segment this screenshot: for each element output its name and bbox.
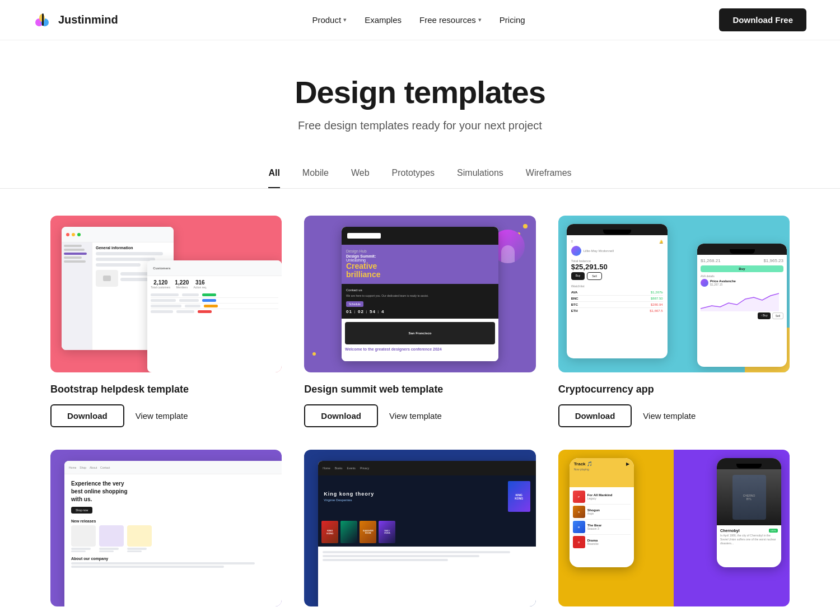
card-image-bootstrap: General information bbox=[50, 216, 282, 372]
card-image-music: Track 🎵 Now playing ▶ P For All MankindL… bbox=[558, 450, 790, 606]
template-card-music-partial: Track 🎵 Now playing ▶ P For All MankindL… bbox=[558, 450, 790, 616]
download-free-button[interactable]: Download Free bbox=[719, 8, 806, 31]
nav-free-resources[interactable]: Free resources ▾ bbox=[419, 15, 482, 25]
card-image-book: Home Books Events Privacy King kong theo… bbox=[304, 450, 535, 606]
view-template-link-summit[interactable]: View template bbox=[389, 411, 442, 421]
download-button-crypto[interactable]: Download bbox=[558, 404, 632, 427]
crypto-screen-1: ≡ 🔔 Lillie-May Mcdonnell Total balance $… bbox=[567, 224, 668, 358]
nav-pricing[interactable]: Pricing bbox=[500, 15, 525, 25]
page-title: Design templates bbox=[11, 74, 829, 110]
screen-mockup-2: Customers 2,120 Total customers 1,220 Me… bbox=[147, 260, 282, 372]
template-title-summit: Design summit web template bbox=[304, 384, 535, 395]
nav-links: Product ▾ Examples Free resources ▾ Pric… bbox=[312, 15, 525, 25]
logo[interactable]: Justinmind bbox=[34, 10, 118, 30]
card-actions-bootstrap: Download View template bbox=[50, 404, 282, 427]
card-image-ecommerce: Home Shop About Contact Experience the v… bbox=[50, 450, 282, 606]
hero-section: Design templates Free design templates r… bbox=[0, 40, 840, 155]
template-card-bootstrap: General information bbox=[50, 216, 282, 427]
navbar: Justinmind Product ▾ Examples Free resou… bbox=[0, 0, 840, 40]
chevron-down-icon-2: ▾ bbox=[478, 16, 482, 24]
download-button-summit[interactable]: Download bbox=[304, 404, 378, 427]
crypto-screen-2: $1,268.21 $1,965.23 Buy AVA details Pric… bbox=[697, 244, 787, 367]
tab-wireframes[interactable]: Wireframes bbox=[526, 168, 572, 188]
template-card-ecommerce-partial: Home Shop About Contact Experience the v… bbox=[50, 450, 282, 616]
card-actions-crypto: Download View template bbox=[558, 404, 790, 427]
template-title-crypto: Cryptocurrency app bbox=[558, 384, 790, 395]
filter-tabs: All Mobile Web Prototypes Simulations Wi… bbox=[0, 155, 840, 189]
logo-icon bbox=[34, 10, 54, 30]
tab-mobile[interactable]: Mobile bbox=[302, 168, 329, 188]
template-card-crypto: ≡ 🔔 Lillie-May Mcdonnell Total balance $… bbox=[558, 216, 790, 427]
tab-simulations[interactable]: Simulations bbox=[457, 168, 503, 188]
template-title-bootstrap: Bootstrap helpdesk template bbox=[50, 384, 282, 395]
summit-screen: Design Hub Design Summit: Unleashing Cre… bbox=[342, 227, 498, 361]
hero-subtitle: Free design templates ready for your nex… bbox=[11, 119, 829, 132]
view-template-link-crypto[interactable]: View template bbox=[643, 411, 696, 421]
svg-rect-3 bbox=[42, 13, 44, 26]
view-template-link-bootstrap[interactable]: View template bbox=[136, 411, 188, 421]
template-card-summit: Design Hub Design Summit: Unleashing Cre… bbox=[304, 216, 535, 427]
logo-text: Justinmind bbox=[58, 13, 118, 26]
template-card-book-partial: Home Books Events Privacy King kong theo… bbox=[304, 450, 535, 616]
tab-prototypes[interactable]: Prototypes bbox=[392, 168, 435, 188]
download-button-bootstrap[interactable]: Download bbox=[50, 404, 124, 427]
card-image-crypto: ≡ 🔔 Lillie-May Mcdonnell Total balance $… bbox=[558, 216, 790, 372]
card-image-summit: Design Hub Design Summit: Unleashing Cre… bbox=[304, 216, 535, 372]
card-actions-summit: Download View template bbox=[304, 404, 535, 427]
nav-examples[interactable]: Examples bbox=[365, 15, 402, 25]
chevron-down-icon: ▾ bbox=[343, 16, 347, 24]
templates-grid: General information bbox=[17, 189, 823, 616]
tab-all[interactable]: All bbox=[268, 168, 279, 188]
tab-web[interactable]: Web bbox=[351, 168, 370, 188]
nav-product[interactable]: Product ▾ bbox=[312, 15, 347, 25]
